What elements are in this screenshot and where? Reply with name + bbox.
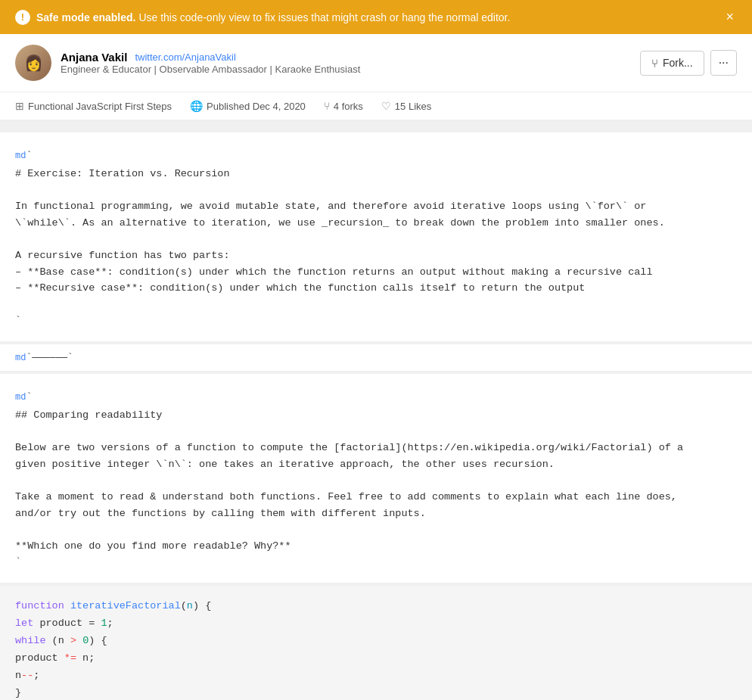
code-line-5: n--; [15, 667, 737, 685]
notebook-title: Functional JavaScript First Steps [28, 101, 172, 112]
author-twitter-link[interactable]: twitter.com/AnjanaVakil [135, 51, 235, 63]
cell-separator: md`——————` [0, 344, 752, 371]
author-info: Anjana Vakil twitter.com/AnjanaVakil Eng… [61, 51, 360, 75]
cell-3-content: md` ## Comparing readability Below are t… [0, 374, 752, 583]
published-date: Published Dec 4, 2020 [207, 101, 306, 112]
author-bio: Engineer & Educator | Observable Ambassa… [61, 64, 360, 75]
fork-icon: ⑂ [651, 57, 658, 70]
cell-1-content: md` # Exercise: Iteration vs. Recursion … [0, 132, 752, 341]
fork-label: Fork... [663, 57, 693, 69]
banner-message: ! Safe mode enabled. Use this code-only … [15, 10, 510, 25]
notebook-title-item: ⊞ Functional JavaScript First Steps [15, 100, 172, 112]
cell-1-text: # Exercise: Iteration vs. Recursion In f… [15, 166, 737, 329]
avatar: 👩 [15, 45, 51, 81]
safe-mode-banner: ! Safe mode enabled. Use this code-only … [0, 0, 752, 34]
more-button[interactable]: ··· [710, 50, 737, 76]
forks-item: ⑂ 4 forks [324, 100, 363, 112]
cell-3: md` ## Comparing readability Below are t… [0, 374, 752, 583]
banner-text: Safe mode enabled. Use this code-only vi… [36, 11, 510, 23]
sep-type-label: md [15, 353, 26, 363]
header-left: 👩 Anjana Vakil twitter.com/AnjanaVakil E… [15, 45, 360, 81]
forks-count: 4 forks [334, 101, 363, 112]
separator-content: md`——————` [0, 344, 752, 371]
warning-icon: ! [15, 10, 30, 25]
cell-code: function iterativeFactorial(n) { let pro… [0, 586, 752, 700]
metadata-row: ⊞ Functional JavaScript First Steps 🌐 Pu… [0, 92, 752, 120]
likes-item: ♡ 15 Likes [381, 100, 431, 112]
cell-3-type-label: md [15, 392, 26, 403]
cell-1: md` # Exercise: Iteration vs. Recursion … [0, 132, 752, 341]
fork-button[interactable]: ⑂ Fork... [640, 51, 704, 76]
cell-3-text: ## Comparing readability Below are two v… [15, 407, 737, 571]
main-content: md` # Exercise: Iteration vs. Recursion … [0, 120, 752, 700]
code-line-2: let product = 1; [15, 615, 737, 633]
header-right: ⑂ Fork... ··· [640, 50, 737, 76]
heart-icon: ♡ [381, 100, 391, 112]
author-name: Anjana Vakil [61, 51, 127, 64]
banner-close-button[interactable]: × [722, 9, 737, 25]
notebook-icon: ⊞ [15, 100, 24, 112]
globe-icon: 🌐 [190, 100, 203, 112]
code-line-6: } [15, 685, 737, 700]
code-content: function iterativeFactorial(n) { let pro… [0, 586, 752, 700]
fork-small-icon: ⑂ [324, 100, 330, 112]
published-item: 🌐 Published Dec 4, 2020 [190, 100, 306, 112]
header: 👩 Anjana Vakil twitter.com/AnjanaVakil E… [0, 34, 752, 92]
code-line-4: product *= n; [15, 650, 737, 667]
cell-1-type-label: md [15, 151, 26, 161]
code-line-3: while (n > 0) { [15, 633, 737, 650]
code-line-1: function iterativeFactorial(n) { [15, 598, 737, 615]
likes-count: 15 Likes [395, 101, 431, 112]
